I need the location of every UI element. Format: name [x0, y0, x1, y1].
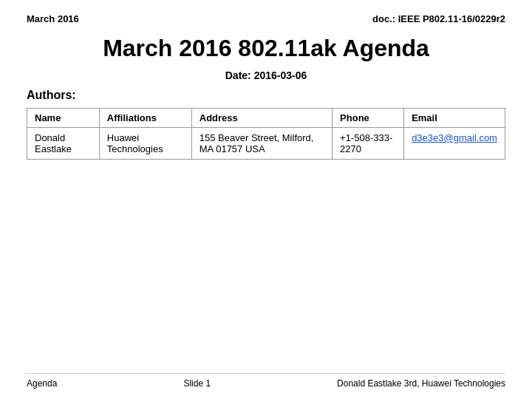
- cell-phone: +1-508-333-2270: [332, 128, 404, 160]
- cell-email[interactable]: d3e3e3@gmail.com: [404, 128, 505, 160]
- footer: Agenda Slide 1 Donald Eastlake 3rd, Huaw…: [27, 373, 505, 389]
- col-phone: Phone: [332, 109, 404, 128]
- col-affiliations: Affiliations: [99, 109, 191, 128]
- footer-center: Slide 1: [183, 378, 211, 389]
- header-left: March 2016: [27, 13, 79, 24]
- cell-address: 155 Beaver Street, Milford, MA 01757 USA: [191, 128, 332, 160]
- date-line: Date: 2016-03-06: [27, 69, 505, 81]
- footer-left: Agenda: [27, 378, 57, 389]
- header-right: doc.: IEEE P802.11-16/0229r2: [372, 13, 505, 24]
- page-title: March 2016 802.11ak Agenda: [27, 35, 505, 62]
- email-link[interactable]: d3e3e3@gmail.com: [412, 132, 497, 143]
- table-header-row: Name Affiliations Address Phone Email: [27, 109, 505, 128]
- cell-affiliations: Huawei Technologies: [99, 128, 191, 160]
- col-address: Address: [191, 109, 332, 128]
- footer-right: Donald Eastlake 3rd, Huawei Technologies: [337, 378, 505, 389]
- authors-label: Authors:: [27, 89, 505, 102]
- page: March 2016 doc.: IEEE P802.11-16/0229r2 …: [0, 0, 532, 399]
- cell-name: Donald Eastlake: [27, 128, 100, 160]
- col-name: Name: [27, 109, 100, 128]
- header-row: March 2016 doc.: IEEE P802.11-16/0229r2: [27, 13, 505, 24]
- authors-table: Name Affiliations Address Phone Email Do…: [27, 108, 505, 160]
- col-email: Email: [404, 109, 505, 128]
- table-row: Donald Eastlake Huawei Technologies 155 …: [27, 128, 505, 160]
